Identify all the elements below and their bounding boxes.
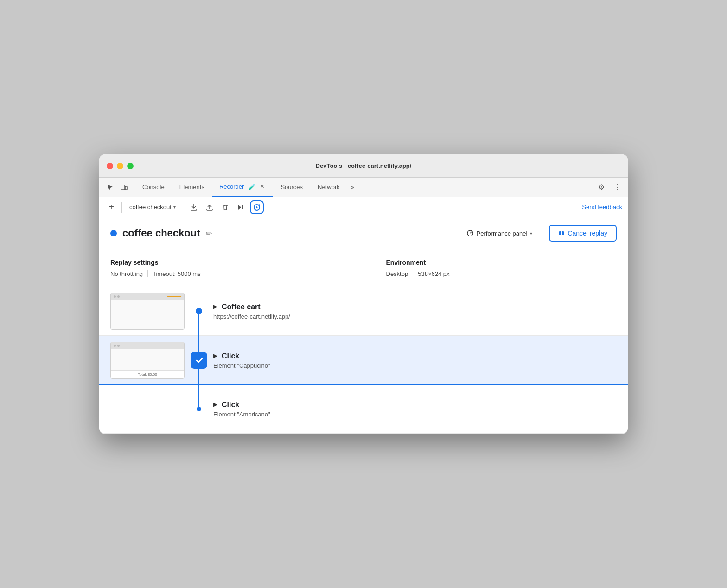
step-1-title: ▶ Coffee cart bbox=[213, 303, 617, 311]
tab-elements[interactable]: Elements bbox=[172, 178, 212, 197]
thumb-dot-1 bbox=[114, 295, 116, 298]
thumbnail-body bbox=[111, 300, 184, 329]
svg-rect-3 bbox=[559, 231, 561, 235]
thumbnail-body-2 bbox=[111, 349, 184, 370]
import-button[interactable] bbox=[203, 200, 217, 214]
more-tabs-icon[interactable]: » bbox=[347, 184, 358, 191]
devtools-window: DevTools - coffee-cart.netlify.app/ Cons… bbox=[99, 154, 628, 434]
replay-settings-title: Replay settings bbox=[110, 259, 341, 266]
step-click-americano[interactable]: ▶ Click Element "Americano" bbox=[99, 385, 628, 434]
recording-status-dot bbox=[110, 230, 117, 236]
environment-settings: Environment Desktop 538×624 px bbox=[364, 259, 617, 277]
step-2-title: ▶ Click bbox=[213, 352, 617, 360]
replay-settings: Replay settings No throttling Timeout: 5… bbox=[110, 259, 341, 277]
chevron-down-icon: ▾ bbox=[173, 205, 176, 210]
environment-title: Environment bbox=[386, 259, 617, 266]
step-2-subtitle: Element "Cappucino" bbox=[213, 362, 617, 369]
settings-value-divider bbox=[147, 270, 148, 277]
minimize-button[interactable] bbox=[117, 163, 123, 169]
tab-recorder[interactable]: Recorder 🧪 ✕ bbox=[212, 178, 273, 197]
thumb-dot-2 bbox=[117, 295, 120, 298]
perf-panel-chevron: ▾ bbox=[530, 231, 532, 236]
recorder-toolbar: + coffee checkout ▾ bbox=[99, 197, 628, 217]
toolbar-icons bbox=[187, 200, 264, 214]
device-icon[interactable] bbox=[117, 180, 131, 194]
traffic-lights bbox=[107, 163, 134, 169]
step-3-info: ▶ Click Element "Americano" bbox=[213, 401, 617, 418]
tab-sources[interactable]: Sources bbox=[273, 178, 310, 197]
step-1-thumbnail bbox=[110, 293, 185, 330]
window-title: DevTools - coffee-cart.netlify.app/ bbox=[316, 162, 412, 169]
step-3-node bbox=[197, 407, 201, 411]
expand-icon-2[interactable]: ▶ bbox=[213, 353, 217, 359]
thumb-dot-3 bbox=[114, 345, 116, 347]
tab-divider-1 bbox=[133, 182, 133, 193]
tab-close-icon[interactable]: ✕ bbox=[258, 183, 266, 191]
recording-selector-name: coffee checkout bbox=[129, 204, 172, 211]
step-3-title: ▶ Click bbox=[213, 401, 617, 409]
cancel-replay-button[interactable]: Cancel replay bbox=[549, 225, 617, 242]
step-3-subtitle: Element "Americano" bbox=[213, 411, 617, 418]
performance-panel-button[interactable]: Performance panel ▾ bbox=[461, 227, 538, 240]
svg-rect-1 bbox=[125, 186, 127, 190]
step-1-node bbox=[196, 308, 202, 314]
thumbnail-brand-bar bbox=[167, 296, 181, 297]
tab-bar: Console Elements Recorder 🧪 ✕ Sources Ne… bbox=[99, 178, 628, 197]
step-coffee-cart[interactable]: ▶ Coffee cart https://coffee-cart.netlif… bbox=[99, 287, 628, 336]
step-click-cappucino[interactable]: Total: $0.00 ▶ Click Element "Cappucino" bbox=[99, 336, 628, 385]
recording-title: coffee checkout bbox=[122, 227, 200, 239]
expand-icon-3[interactable]: ▶ bbox=[213, 402, 217, 408]
inspect-icon[interactable] bbox=[103, 180, 117, 194]
delete-button[interactable] bbox=[218, 200, 232, 214]
maximize-button[interactable] bbox=[127, 163, 134, 169]
tab-settings-area: ⚙ ⋮ bbox=[594, 180, 624, 194]
edit-recording-icon[interactable]: ✏ bbox=[206, 229, 212, 238]
replay-settings-value: No throttling Timeout: 5000 ms bbox=[110, 270, 341, 277]
more-options-icon[interactable]: ⋮ bbox=[610, 180, 624, 194]
thumbnail-header bbox=[111, 293, 184, 300]
thumbnail-header-2 bbox=[111, 342, 184, 349]
step-play-button[interactable] bbox=[234, 200, 248, 214]
svg-rect-4 bbox=[562, 231, 564, 235]
settings-section: Replay settings No throttling Timeout: 5… bbox=[99, 249, 628, 287]
recording-selector[interactable]: coffee checkout ▾ bbox=[126, 202, 179, 212]
add-recording-button[interactable]: + bbox=[105, 202, 118, 212]
step-1-info: ▶ Coffee cart https://coffee-cart.netlif… bbox=[213, 303, 617, 320]
env-divider bbox=[413, 270, 413, 277]
step-2-active-node bbox=[191, 352, 207, 369]
step-3-spacer bbox=[110, 390, 185, 428]
steps-container: ▶ Coffee cart https://coffee-cart.netlif… bbox=[99, 287, 628, 434]
timeline-line-3 bbox=[198, 370, 199, 409]
close-button[interactable] bbox=[107, 163, 113, 169]
content-header: coffee checkout ✏ Performance panel ▾ Ca… bbox=[99, 217, 628, 249]
svg-rect-0 bbox=[121, 185, 125, 190]
thumb-dot-4 bbox=[117, 345, 120, 347]
step-2-thumbnail: Total: $0.00 bbox=[110, 342, 185, 379]
send-feedback-link[interactable]: Send feedback bbox=[582, 204, 622, 211]
environment-value: Desktop 538×624 px bbox=[386, 270, 617, 277]
thumbnail-footer: Total: $0.00 bbox=[111, 370, 184, 378]
replay-button[interactable] bbox=[250, 200, 264, 214]
expand-icon-1[interactable]: ▶ bbox=[213, 304, 217, 310]
step-1-subtitle: https://coffee-cart.netlify.app/ bbox=[213, 313, 617, 320]
title-bar: DevTools - coffee-cart.netlify.app/ bbox=[99, 154, 628, 178]
toolbar-separator-1 bbox=[121, 202, 122, 213]
tab-console[interactable]: Console bbox=[135, 178, 172, 197]
step-2-info: ▶ Click Element "Cappucino" bbox=[213, 352, 617, 369]
settings-icon[interactable]: ⚙ bbox=[594, 180, 608, 194]
export-button[interactable] bbox=[187, 200, 201, 214]
tab-network[interactable]: Network bbox=[310, 178, 347, 197]
